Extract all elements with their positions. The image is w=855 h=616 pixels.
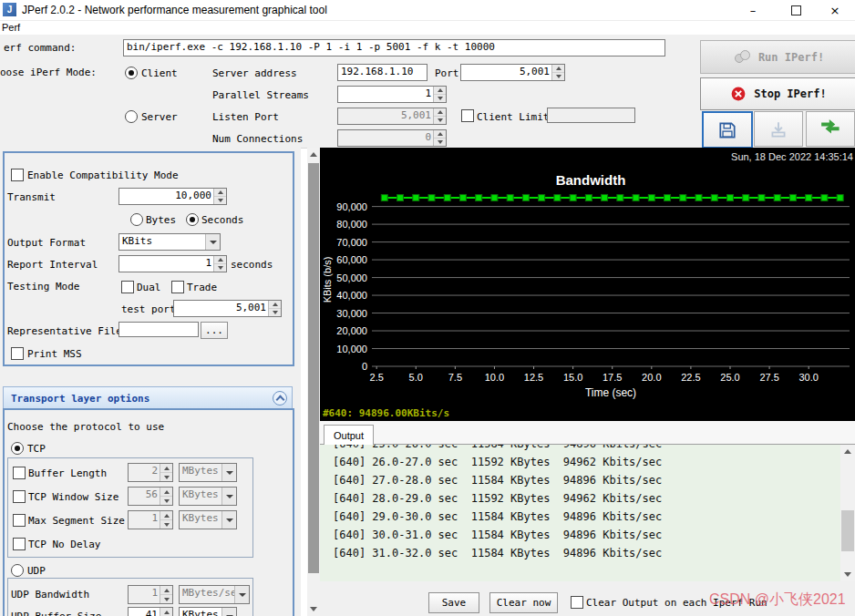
browse-file-button[interactable]: ... xyxy=(201,322,228,339)
menu-item-perf[interactable]: Perf xyxy=(2,22,20,33)
udp-buffer-size-unit-dropdown[interactable]: KBytes xyxy=(179,607,237,616)
tcp-no-delay-checkbox[interactable] xyxy=(13,538,26,550)
enable-compatibility-checkbox[interactable] xyxy=(11,169,24,181)
y-tick-label: 20,000 xyxy=(336,325,367,336)
save-output-button[interactable] xyxy=(702,111,753,149)
output-format-value: KBits xyxy=(119,234,205,250)
representative-file-input[interactable] xyxy=(118,322,199,337)
server-address-input[interactable]: 192.168.1.10 xyxy=(337,64,428,81)
bytes-radio[interactable] xyxy=(130,213,143,226)
port-spinner[interactable]: 5,001 xyxy=(460,64,565,81)
server-radio[interactable] xyxy=(125,110,138,123)
x-tick-label: 5.0 xyxy=(409,372,423,383)
seconds-suffix-label: seconds xyxy=(231,259,273,271)
y-tick-label: 60,000 xyxy=(336,254,367,265)
report-interval-spinner[interactable]: 1 xyxy=(118,255,227,272)
chart-point xyxy=(522,194,529,200)
output-scrollbar-thumb[interactable] xyxy=(841,510,854,551)
test-port-spinner[interactable]: 5,001 xyxy=(173,300,282,317)
spinner-down-icon[interactable] xyxy=(552,73,564,80)
clear-output-checkbox[interactable] xyxy=(571,596,583,609)
spinner-down-icon[interactable] xyxy=(434,95,446,102)
udp-bandwidth-unit: MBytes/sec xyxy=(180,586,234,603)
udp-buffer-size-spinner[interactable]: 41 xyxy=(128,607,173,616)
maximize-button[interactable] xyxy=(776,0,816,20)
client-limit-checkbox[interactable] xyxy=(461,109,474,122)
spinner-down-icon xyxy=(160,497,172,505)
chevron-down-icon[interactable] xyxy=(221,608,236,616)
iperf-command-input[interactable]: bin/iperf.exe -c 192.168.1.10 -P 1 -i 1 … xyxy=(123,39,665,56)
save-button[interactable]: Save xyxy=(428,592,479,613)
parallel-streams-spinner[interactable]: 1 xyxy=(337,86,447,103)
close-button[interactable]: × xyxy=(815,0,855,20)
spinner-up-icon[interactable] xyxy=(160,608,172,616)
trade-checkbox[interactable] xyxy=(171,281,184,293)
spinner-down-icon[interactable] xyxy=(269,309,281,316)
scrollbar-thumb[interactable] xyxy=(308,163,319,573)
chevron-down-icon xyxy=(221,464,236,481)
dual-checkbox[interactable] xyxy=(121,281,134,293)
spinner-up-icon[interactable] xyxy=(552,65,564,73)
output-panel[interactable]: [640] 25.0-26.0 sec 11584 KBytes 94896 K… xyxy=(320,445,840,581)
tcp-window-size-checkbox[interactable] xyxy=(13,490,26,503)
spinner-down-icon[interactable] xyxy=(214,197,226,204)
title-bar: J JPerf 2.0.2 - Network performance meas… xyxy=(0,0,855,21)
max-segment-size-checkbox[interactable] xyxy=(13,514,26,527)
spinner-down-icon xyxy=(160,473,172,481)
window-title: JPerf 2.0.2 - Network performance measur… xyxy=(22,4,327,16)
chart-point xyxy=(444,195,450,201)
menu-bar xyxy=(0,21,855,35)
y-tick-label: 50,000 xyxy=(336,272,367,283)
output-row: [640] 29.0-30.0 sec 11584 KBytes 94896 K… xyxy=(333,508,840,526)
spinner-up-icon[interactable] xyxy=(214,256,226,264)
scroll-up-arrow[interactable] xyxy=(307,148,320,161)
transmit-spinner[interactable]: 10,000 xyxy=(118,188,227,205)
chart-point xyxy=(633,195,639,201)
output-scroll-down-arrow[interactable] xyxy=(840,568,855,581)
chart-point xyxy=(758,194,765,200)
stop-iperf-button[interactable]: Stop IPerf! xyxy=(700,77,855,110)
spinner-up-icon xyxy=(434,108,446,117)
spinner-up-icon[interactable] xyxy=(214,189,226,197)
chevron-down-icon[interactable] xyxy=(205,234,220,250)
spinner-up-icon xyxy=(160,488,172,497)
spinner-down-icon[interactable] xyxy=(214,264,226,272)
tcp-window-size-unit: KBytes xyxy=(180,488,221,505)
output-format-dropdown[interactable]: KBits xyxy=(118,233,221,251)
chart-point xyxy=(648,195,654,201)
server-address-label: Server address xyxy=(212,67,297,79)
maximize-icon xyxy=(791,5,801,15)
client-limit-label: Client Limit xyxy=(477,111,549,123)
spinner-up-icon xyxy=(160,511,172,520)
spinner-up-icon[interactable] xyxy=(269,301,281,309)
tcp-no-delay-label: TCP No Delay xyxy=(28,539,100,550)
udp-radio[interactable] xyxy=(11,564,24,577)
output-scroll-up-arrow[interactable] xyxy=(840,445,855,458)
spinner-up-icon xyxy=(160,586,172,595)
listen-port-label: Listen Port xyxy=(212,111,279,123)
testing-mode-label: Testing Mode xyxy=(7,281,79,293)
print-mss-checkbox[interactable] xyxy=(11,347,24,360)
restore-defaults-button[interactable] xyxy=(806,111,855,147)
chart-point xyxy=(695,194,702,200)
spinner-up-icon[interactable] xyxy=(434,87,446,95)
jperf-window: J JPerf 2.0.2 - Network performance meas… xyxy=(0,0,855,616)
y-tick-label: 80,000 xyxy=(336,219,367,230)
minimize-button[interactable]: – xyxy=(733,0,773,20)
tcp-radio[interactable] xyxy=(11,442,24,455)
buffer-length-checkbox[interactable] xyxy=(13,467,26,479)
transport-layer-header[interactable]: Transport layer options xyxy=(3,386,293,410)
output-row: [640] 30.0-31.0 sec 11584 KBytes 94896 K… xyxy=(333,526,840,544)
chart-point xyxy=(476,195,482,201)
tcp-window-size-value: 56 xyxy=(129,488,160,505)
clear-now-button[interactable]: Clear now xyxy=(489,592,558,613)
buffer-length-unit: MBytes xyxy=(180,464,221,481)
client-radio[interactable] xyxy=(125,67,138,79)
seconds-radio[interactable] xyxy=(186,213,199,226)
chart-point xyxy=(789,194,796,200)
x-tick-label: 22.5 xyxy=(681,372,700,383)
collapse-chevron-icon[interactable] xyxy=(273,391,287,406)
scroll-down-arrow[interactable] xyxy=(307,602,320,616)
report-interval-label: Report Interval xyxy=(7,259,98,271)
tab-output[interactable]: Output xyxy=(324,425,374,446)
